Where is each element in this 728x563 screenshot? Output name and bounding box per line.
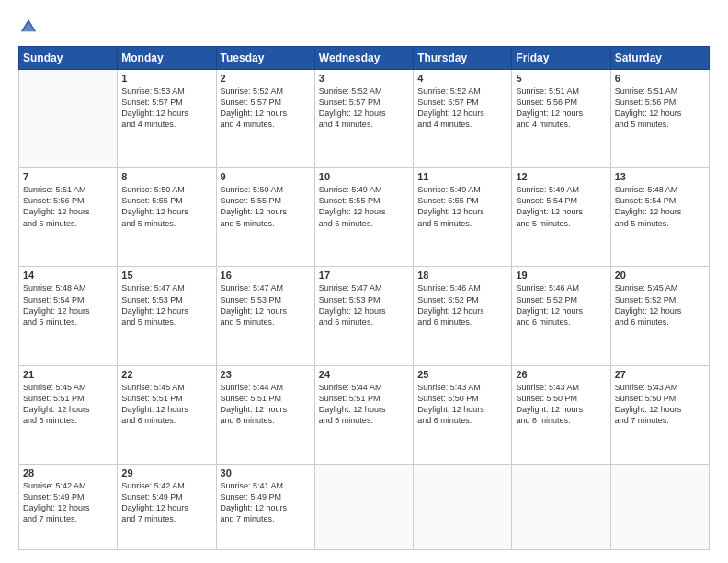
day-info: Sunrise: 5:51 AMSunset: 5:56 PMDaylight:… <box>23 184 113 229</box>
day-info: Sunrise: 5:52 AMSunset: 5:57 PMDaylight:… <box>417 86 507 131</box>
day-info: Sunrise: 5:47 AMSunset: 5:53 PMDaylight:… <box>121 282 211 327</box>
calendar-cell: 11Sunrise: 5:49 AMSunset: 5:55 PMDayligh… <box>414 168 512 267</box>
day-number: 9 <box>221 171 311 182</box>
calendar-cell: 21Sunrise: 5:45 AMSunset: 5:51 PMDayligh… <box>19 365 118 464</box>
calendar-cell: 19Sunrise: 5:46 AMSunset: 5:52 PMDayligh… <box>512 267 610 365</box>
day-number: 3 <box>319 73 409 84</box>
calendar-cell: 2Sunrise: 5:52 AMSunset: 5:57 PMDaylight… <box>216 70 314 168</box>
day-number: 2 <box>221 73 311 84</box>
week-row-1: 7Sunrise: 5:51 AMSunset: 5:56 PMDaylight… <box>19 168 710 267</box>
weekday-header-friday: Friday <box>512 47 610 70</box>
calendar-cell: 23Sunrise: 5:44 AMSunset: 5:51 PMDayligh… <box>216 365 314 464</box>
calendar-cell: 13Sunrise: 5:48 AMSunset: 5:54 PMDayligh… <box>610 168 709 267</box>
weekday-header-thursday: Thursday <box>414 47 512 70</box>
day-info: Sunrise: 5:50 AMSunset: 5:55 PMDaylight:… <box>121 184 211 229</box>
calendar-cell: 26Sunrise: 5:43 AMSunset: 5:50 PMDayligh… <box>512 365 610 464</box>
day-number: 18 <box>417 270 507 281</box>
week-row-4: 28Sunrise: 5:42 AMSunset: 5:49 PMDayligh… <box>19 464 710 549</box>
calendar-cell: 9Sunrise: 5:50 AMSunset: 5:55 PMDaylight… <box>216 168 314 267</box>
day-info: Sunrise: 5:41 AMSunset: 5:49 PMDaylight:… <box>221 480 311 525</box>
day-info: Sunrise: 5:44 AMSunset: 5:51 PMDaylight:… <box>221 382 311 427</box>
day-info: Sunrise: 5:43 AMSunset: 5:50 PMDaylight:… <box>516 382 606 427</box>
header <box>18 17 710 37</box>
week-row-3: 21Sunrise: 5:45 AMSunset: 5:51 PMDayligh… <box>19 365 710 464</box>
day-number: 8 <box>121 171 211 182</box>
weekday-header-tuesday: Tuesday <box>216 47 314 70</box>
calendar-page: SundayMondayTuesdayWednesdayThursdayFrid… <box>0 0 728 563</box>
calendar-cell: 5Sunrise: 5:51 AMSunset: 5:56 PMDaylight… <box>512 70 610 168</box>
calendar-cell: 28Sunrise: 5:42 AMSunset: 5:49 PMDayligh… <box>19 464 118 549</box>
day-number: 30 <box>221 467 311 478</box>
calendar-cell: 1Sunrise: 5:53 AMSunset: 5:57 PMDaylight… <box>118 70 216 168</box>
day-number: 10 <box>319 171 409 182</box>
weekday-header-monday: Monday <box>118 47 216 70</box>
weekday-header-saturday: Saturday <box>610 47 709 70</box>
day-number: 13 <box>615 171 705 182</box>
day-number: 29 <box>121 467 211 478</box>
day-number: 15 <box>121 270 211 281</box>
calendar-cell: 12Sunrise: 5:49 AMSunset: 5:54 PMDayligh… <box>512 168 610 267</box>
day-info: Sunrise: 5:51 AMSunset: 5:56 PMDaylight:… <box>516 86 606 131</box>
day-info: Sunrise: 5:51 AMSunset: 5:56 PMDaylight:… <box>615 86 705 131</box>
day-info: Sunrise: 5:50 AMSunset: 5:55 PMDaylight:… <box>221 184 311 229</box>
day-info: Sunrise: 5:45 AMSunset: 5:51 PMDaylight:… <box>121 382 211 427</box>
logo <box>18 17 42 37</box>
calendar-cell: 16Sunrise: 5:47 AMSunset: 5:53 PMDayligh… <box>216 267 314 365</box>
calendar-cell <box>414 464 512 549</box>
week-row-2: 14Sunrise: 5:48 AMSunset: 5:54 PMDayligh… <box>19 267 710 365</box>
weekday-header-wednesday: Wednesday <box>314 47 413 70</box>
day-number: 25 <box>417 369 507 380</box>
day-number: 1 <box>121 73 211 84</box>
calendar-cell <box>610 464 709 549</box>
calendar-cell: 6Sunrise: 5:51 AMSunset: 5:56 PMDaylight… <box>610 70 709 168</box>
calendar-cell: 15Sunrise: 5:47 AMSunset: 5:53 PMDayligh… <box>118 267 216 365</box>
calendar-cell <box>19 70 118 168</box>
calendar-cell: 10Sunrise: 5:49 AMSunset: 5:55 PMDayligh… <box>314 168 413 267</box>
day-number: 14 <box>23 270 113 281</box>
day-number: 28 <box>23 467 113 478</box>
day-number: 22 <box>121 369 211 380</box>
day-number: 11 <box>417 171 507 182</box>
calendar-cell: 24Sunrise: 5:44 AMSunset: 5:51 PMDayligh… <box>314 365 413 464</box>
weekday-header-row: SundayMondayTuesdayWednesdayThursdayFrid… <box>19 47 710 70</box>
calendar-cell: 22Sunrise: 5:45 AMSunset: 5:51 PMDayligh… <box>118 365 216 464</box>
day-info: Sunrise: 5:43 AMSunset: 5:50 PMDaylight:… <box>615 382 705 427</box>
day-info: Sunrise: 5:42 AMSunset: 5:49 PMDaylight:… <box>23 480 113 525</box>
day-number: 20 <box>615 270 705 281</box>
calendar-cell: 25Sunrise: 5:43 AMSunset: 5:50 PMDayligh… <box>414 365 512 464</box>
day-number: 24 <box>319 369 409 380</box>
day-info: Sunrise: 5:42 AMSunset: 5:49 PMDaylight:… <box>121 480 211 525</box>
day-info: Sunrise: 5:52 AMSunset: 5:57 PMDaylight:… <box>319 86 409 131</box>
calendar-cell <box>314 464 413 549</box>
day-info: Sunrise: 5:46 AMSunset: 5:52 PMDaylight:… <box>417 282 507 327</box>
calendar-table: SundayMondayTuesdayWednesdayThursdayFrid… <box>18 46 710 550</box>
day-number: 21 <box>23 369 113 380</box>
calendar-cell <box>512 464 610 549</box>
day-info: Sunrise: 5:45 AMSunset: 5:52 PMDaylight:… <box>615 282 705 327</box>
day-info: Sunrise: 5:44 AMSunset: 5:51 PMDaylight:… <box>319 382 409 427</box>
day-number: 17 <box>319 270 409 281</box>
calendar-cell: 17Sunrise: 5:47 AMSunset: 5:53 PMDayligh… <box>314 267 413 365</box>
calendar-cell: 7Sunrise: 5:51 AMSunset: 5:56 PMDaylight… <box>19 168 118 267</box>
day-info: Sunrise: 5:47 AMSunset: 5:53 PMDaylight:… <box>319 282 409 327</box>
calendar-cell: 18Sunrise: 5:46 AMSunset: 5:52 PMDayligh… <box>414 267 512 365</box>
day-info: Sunrise: 5:52 AMSunset: 5:57 PMDaylight:… <box>221 86 311 131</box>
calendar-cell: 3Sunrise: 5:52 AMSunset: 5:57 PMDaylight… <box>314 70 413 168</box>
day-number: 27 <box>615 369 705 380</box>
day-info: Sunrise: 5:45 AMSunset: 5:51 PMDaylight:… <box>23 382 113 427</box>
day-number: 12 <box>516 171 606 182</box>
calendar-cell: 20Sunrise: 5:45 AMSunset: 5:52 PMDayligh… <box>610 267 709 365</box>
day-info: Sunrise: 5:46 AMSunset: 5:52 PMDaylight:… <box>516 282 606 327</box>
calendar-cell: 4Sunrise: 5:52 AMSunset: 5:57 PMDaylight… <box>414 70 512 168</box>
day-info: Sunrise: 5:49 AMSunset: 5:55 PMDaylight:… <box>319 184 409 229</box>
logo-icon <box>18 17 39 37</box>
day-number: 5 <box>516 73 606 84</box>
day-info: Sunrise: 5:47 AMSunset: 5:53 PMDaylight:… <box>221 282 311 327</box>
day-info: Sunrise: 5:48 AMSunset: 5:54 PMDaylight:… <box>23 282 113 327</box>
day-info: Sunrise: 5:48 AMSunset: 5:54 PMDaylight:… <box>615 184 705 229</box>
calendar-cell: 8Sunrise: 5:50 AMSunset: 5:55 PMDaylight… <box>118 168 216 267</box>
calendar-cell: 29Sunrise: 5:42 AMSunset: 5:49 PMDayligh… <box>118 464 216 549</box>
week-row-0: 1Sunrise: 5:53 AMSunset: 5:57 PMDaylight… <box>19 70 710 168</box>
calendar-cell: 27Sunrise: 5:43 AMSunset: 5:50 PMDayligh… <box>610 365 709 464</box>
day-number: 16 <box>221 270 311 281</box>
